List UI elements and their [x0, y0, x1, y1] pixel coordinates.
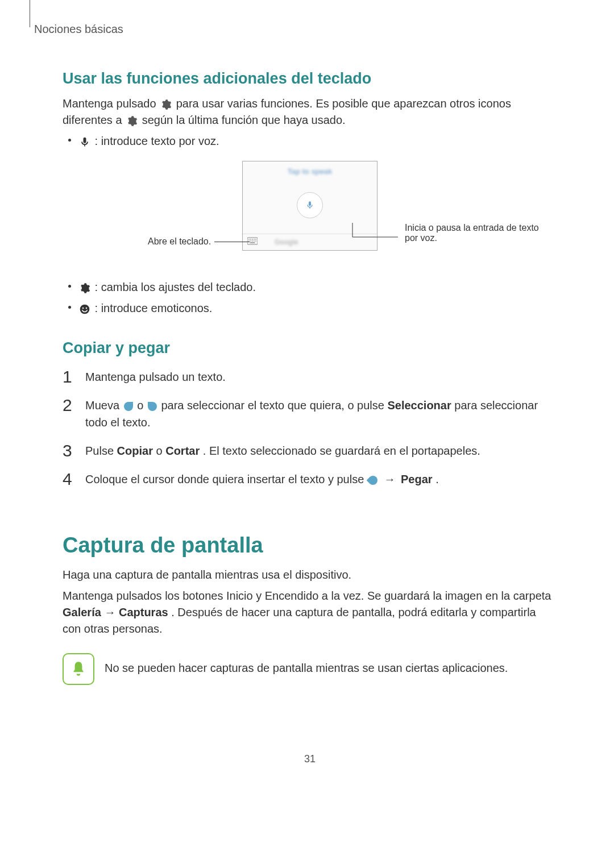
bullet-voice: : introduce texto por voz.: [63, 133, 557, 149]
text: o: [137, 399, 147, 412]
text: : introduce emoticonos.: [95, 302, 213, 314]
google-blur: Google: [275, 238, 298, 246]
svg-rect-5: [255, 239, 256, 240]
breadcrumb: Nociones básicas: [34, 23, 557, 36]
step-3: 3 Pulse Copiar o Cortar . El texto selec…: [63, 442, 557, 459]
svg-rect-3: [252, 239, 253, 240]
text: Mantenga pulsados los botones Inicio y E…: [63, 589, 551, 602]
text: Coloque el cursor donde quiera insertar …: [85, 473, 367, 485]
step-number: 1: [63, 368, 76, 385]
gear-icon: [160, 99, 172, 110]
text: o: [156, 445, 166, 457]
smiley-icon: [79, 304, 90, 315]
text-bold: Cortar: [165, 445, 200, 457]
text: para seleccionar el texto que quiera, o …: [161, 399, 387, 412]
svg-point-15: [82, 307, 84, 309]
svg-rect-4: [254, 239, 255, 240]
note-text: No se pueden hacer capturas de pantalla …: [105, 653, 508, 676]
step-number: 4: [63, 471, 76, 488]
step-text: Pulse Copiar o Cortar . El texto selecci…: [85, 442, 480, 459]
svg-rect-7: [250, 240, 251, 242]
bullet-settings: : cambia los ajustes del teclado.: [63, 279, 557, 296]
callout-left-text: Abre el teclado.: [148, 236, 211, 247]
selection-handle-left-icon: [124, 401, 133, 412]
text: Pulse: [85, 445, 117, 457]
text: : introduce texto por voz.: [95, 135, 219, 147]
selection-handle-right-icon: [148, 401, 157, 412]
callout-left: Abre el teclado.: [148, 236, 250, 247]
arrow-text: →: [104, 606, 119, 618]
text: Mantenga pulsado: [63, 97, 159, 110]
gear-icon: [126, 115, 138, 127]
step-text: Mueva o para seleccionar el texto que qu…: [85, 397, 557, 431]
heading-keyboard-functions: Usar las funciones adicionales del tecla…: [63, 70, 557, 88]
callout-line: [214, 242, 250, 242]
note-icon: [63, 653, 94, 685]
voice-input-diagram: Tap to speak Google Abre el teclado. Ini…: [63, 161, 557, 263]
svg-rect-2: [250, 239, 251, 240]
text: .: [435, 473, 439, 485]
heading-copy-paste: Copiar y pegar: [63, 339, 557, 357]
cursor-handle-icon: [368, 475, 377, 486]
text: según la última función que haya usado.: [142, 114, 346, 126]
text-bold: Pegar: [401, 473, 433, 485]
screenshot-p2: Mantenga pulsados los botones Inicio y E…: [63, 588, 557, 637]
steps-list: 1 Mantenga pulsado un texto. 2 Mueva o p…: [63, 368, 557, 488]
text-bold: Capturas: [119, 606, 168, 618]
mic-button: [297, 192, 323, 218]
microphone-icon: [79, 136, 90, 148]
svg-point-14: [80, 304, 90, 314]
intro-paragraph: Mantenga pulsado para usar varias funcio…: [63, 95, 557, 128]
step-text: Mantenga pulsado un texto.: [85, 368, 226, 385]
step-text: Coloque el cursor donde quiera insertar …: [85, 471, 439, 488]
step-4: 4 Coloque el cursor donde quiera inserta…: [63, 471, 557, 488]
tap-to-speak-blur: Tap to speak: [243, 167, 377, 176]
step-number: 2: [63, 397, 76, 414]
arrow-icon: →: [384, 473, 399, 485]
text-bold: Galería: [63, 606, 101, 618]
svg-rect-10: [255, 240, 256, 242]
svg-point-16: [86, 307, 88, 309]
callout-right: Inicia o pausa la entrada de texto por v…: [352, 223, 557, 248]
text-bold: Seleccionar: [387, 399, 451, 412]
callout-right-text: Inicia o pausa la entrada de texto por v…: [405, 223, 553, 243]
step-1: 1 Mantenga pulsado un texto.: [63, 368, 557, 385]
text: Mueva: [85, 399, 123, 412]
step-number: 3: [63, 442, 76, 459]
text: . El texto seleccionado se guardará en e…: [203, 445, 480, 457]
page-number: 31: [63, 753, 557, 765]
svg-rect-9: [254, 240, 255, 242]
callout-line: [352, 223, 401, 248]
svg-rect-11: [250, 242, 255, 243]
bullet-dot: [68, 139, 71, 142]
bullet-emoji: : introduce emoticonos.: [63, 300, 557, 317]
heading-screenshot: Captura de pantalla: [63, 533, 557, 558]
bullet-dot: [68, 306, 71, 309]
text: : cambia los ajustes del teclado.: [95, 281, 256, 293]
text-bold: Copiar: [117, 445, 153, 457]
svg-rect-8: [252, 240, 253, 242]
step-2: 2 Mueva o para seleccionar el texto que …: [63, 397, 557, 431]
screenshot-p1: Haga una captura de pantalla mientras us…: [63, 567, 557, 583]
note-box: No se pueden hacer capturas de pantalla …: [63, 653, 557, 685]
gear-icon: [79, 283, 90, 294]
bullet-dot: [68, 285, 71, 288]
